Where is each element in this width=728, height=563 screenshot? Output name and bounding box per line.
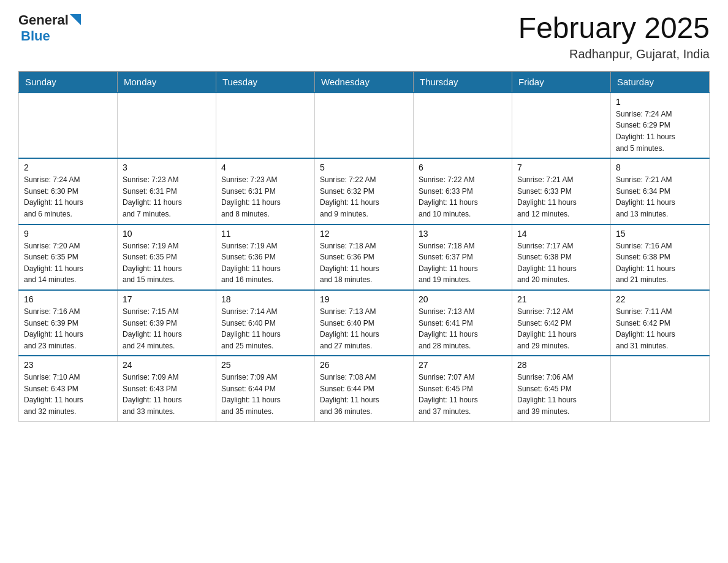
day-number: 14 <box>517 229 605 239</box>
day-info: Sunrise: 7:17 AMSunset: 6:38 PMDaylight:… <box>517 240 605 286</box>
calendar-cell: 10Sunrise: 7:19 AMSunset: 6:35 PMDayligh… <box>118 224 216 290</box>
month-title: February 2025 <box>518 12 710 45</box>
weekday-header-thursday: Thursday <box>414 71 512 93</box>
calendar-cell: 21Sunrise: 7:12 AMSunset: 6:42 PMDayligh… <box>512 290 611 356</box>
calendar-cell: 28Sunrise: 7:06 AMSunset: 6:45 PMDayligh… <box>512 356 611 421</box>
day-info: Sunrise: 7:23 AMSunset: 6:31 PMDaylight:… <box>221 174 309 220</box>
day-info: Sunrise: 7:22 AMSunset: 6:33 PMDaylight:… <box>419 174 507 220</box>
weekday-header-tuesday: Tuesday <box>216 71 315 93</box>
calendar-week-row: 16Sunrise: 7:16 AMSunset: 6:39 PMDayligh… <box>19 290 710 356</box>
calendar-week-row: 9Sunrise: 7:20 AMSunset: 6:35 PMDaylight… <box>19 224 710 290</box>
calendar-cell: 24Sunrise: 7:09 AMSunset: 6:43 PMDayligh… <box>118 356 216 421</box>
calendar-cell: 3Sunrise: 7:23 AMSunset: 6:31 PMDaylight… <box>118 158 216 224</box>
calendar-cell: 16Sunrise: 7:16 AMSunset: 6:39 PMDayligh… <box>19 290 118 356</box>
day-info: Sunrise: 7:24 AMSunset: 6:30 PMDaylight:… <box>24 174 112 220</box>
day-info: Sunrise: 7:19 AMSunset: 6:35 PMDaylight:… <box>123 240 211 286</box>
calendar-cell <box>315 93 414 158</box>
day-info: Sunrise: 7:09 AMSunset: 6:43 PMDaylight:… <box>123 372 211 417</box>
day-info: Sunrise: 7:08 AMSunset: 6:44 PMDaylight:… <box>320 372 408 417</box>
day-info: Sunrise: 7:21 AMSunset: 6:34 PMDaylight:… <box>616 174 704 220</box>
calendar-cell <box>611 356 710 421</box>
svg-marker-0 <box>70 14 81 25</box>
day-number: 25 <box>221 360 309 370</box>
day-info: Sunrise: 7:23 AMSunset: 6:31 PMDaylight:… <box>123 174 211 220</box>
day-number: 2 <box>24 163 112 172</box>
calendar-cell: 5Sunrise: 7:22 AMSunset: 6:32 PMDaylight… <box>315 158 414 224</box>
logo: General Blue <box>18 12 81 44</box>
day-number: 28 <box>517 360 605 370</box>
calendar-week-row: 2Sunrise: 7:24 AMSunset: 6:30 PMDaylight… <box>19 158 710 224</box>
location-subtitle: Radhanpur, Gujarat, India <box>518 47 710 61</box>
calendar-header-row: SundayMondayTuesdayWednesdayThursdayFrid… <box>19 71 710 93</box>
calendar-cell: 17Sunrise: 7:15 AMSunset: 6:39 PMDayligh… <box>118 290 216 356</box>
day-info: Sunrise: 7:18 AMSunset: 6:36 PMDaylight:… <box>320 240 408 286</box>
day-number: 26 <box>320 360 408 370</box>
title-section: February 2025 Radhanpur, Gujarat, India <box>518 12 710 61</box>
day-info: Sunrise: 7:16 AMSunset: 6:38 PMDaylight:… <box>616 240 704 286</box>
calendar-cell: 11Sunrise: 7:19 AMSunset: 6:36 PMDayligh… <box>216 224 315 290</box>
day-info: Sunrise: 7:11 AMSunset: 6:42 PMDaylight:… <box>616 306 704 351</box>
day-info: Sunrise: 7:14 AMSunset: 6:40 PMDaylight:… <box>221 306 309 351</box>
calendar-cell <box>19 93 118 158</box>
day-number: 11 <box>221 229 309 239</box>
day-info: Sunrise: 7:10 AMSunset: 6:43 PMDaylight:… <box>24 372 112 417</box>
calendar-cell: 23Sunrise: 7:10 AMSunset: 6:43 PMDayligh… <box>19 356 118 421</box>
day-number: 7 <box>517 163 605 172</box>
day-info: Sunrise: 7:16 AMSunset: 6:39 PMDaylight:… <box>24 306 112 351</box>
day-number: 21 <box>517 294 605 304</box>
day-info: Sunrise: 7:24 AMSunset: 6:29 PMDaylight:… <box>616 109 704 154</box>
calendar-cell: 9Sunrise: 7:20 AMSunset: 6:35 PMDaylight… <box>19 224 118 290</box>
day-number: 20 <box>419 294 507 304</box>
calendar-table: SundayMondayTuesdayWednesdayThursdayFrid… <box>18 71 710 422</box>
calendar-cell <box>118 93 216 158</box>
calendar-cell: 20Sunrise: 7:13 AMSunset: 6:41 PMDayligh… <box>414 290 512 356</box>
calendar-cell: 22Sunrise: 7:11 AMSunset: 6:42 PMDayligh… <box>611 290 710 356</box>
day-number: 9 <box>24 229 112 239</box>
calendar-cell: 8Sunrise: 7:21 AMSunset: 6:34 PMDaylight… <box>611 158 710 224</box>
calendar-cell: 18Sunrise: 7:14 AMSunset: 6:40 PMDayligh… <box>216 290 315 356</box>
day-number: 22 <box>616 294 704 304</box>
day-number: 23 <box>24 360 112 370</box>
day-number: 12 <box>320 229 408 239</box>
calendar-week-row: 23Sunrise: 7:10 AMSunset: 6:43 PMDayligh… <box>19 356 710 421</box>
calendar-cell: 15Sunrise: 7:16 AMSunset: 6:38 PMDayligh… <box>611 224 710 290</box>
day-number: 1 <box>616 97 704 107</box>
weekday-header-wednesday: Wednesday <box>315 71 414 93</box>
logo-blue-text: Blue <box>21 28 50 44</box>
page-header: General Blue February 2025 Radhanpur, Gu… <box>18 12 710 61</box>
day-info: Sunrise: 7:06 AMSunset: 6:45 PMDaylight:… <box>517 372 605 417</box>
day-number: 18 <box>221 294 309 304</box>
calendar-cell: 26Sunrise: 7:08 AMSunset: 6:44 PMDayligh… <box>315 356 414 421</box>
calendar-week-row: 1Sunrise: 7:24 AMSunset: 6:29 PMDaylight… <box>19 93 710 158</box>
calendar-cell <box>512 93 611 158</box>
calendar-cell: 6Sunrise: 7:22 AMSunset: 6:33 PMDaylight… <box>414 158 512 224</box>
weekday-header-sunday: Sunday <box>19 71 118 93</box>
day-info: Sunrise: 7:07 AMSunset: 6:45 PMDaylight:… <box>419 372 507 417</box>
day-info: Sunrise: 7:18 AMSunset: 6:37 PMDaylight:… <box>419 240 507 286</box>
day-number: 5 <box>320 163 408 172</box>
calendar-cell: 13Sunrise: 7:18 AMSunset: 6:37 PMDayligh… <box>414 224 512 290</box>
day-info: Sunrise: 7:13 AMSunset: 6:40 PMDaylight:… <box>320 306 408 351</box>
calendar-cell: 12Sunrise: 7:18 AMSunset: 6:36 PMDayligh… <box>315 224 414 290</box>
day-info: Sunrise: 7:13 AMSunset: 6:41 PMDaylight:… <box>419 306 507 351</box>
weekday-header-saturday: Saturday <box>611 71 710 93</box>
logo-general-text: General <box>18 12 69 28</box>
calendar-cell: 19Sunrise: 7:13 AMSunset: 6:40 PMDayligh… <box>315 290 414 356</box>
weekday-header-monday: Monday <box>118 71 216 93</box>
day-number: 13 <box>419 229 507 239</box>
day-number: 24 <box>123 360 211 370</box>
day-info: Sunrise: 7:19 AMSunset: 6:36 PMDaylight:… <box>221 240 309 286</box>
day-number: 8 <box>616 163 704 172</box>
calendar-cell: 25Sunrise: 7:09 AMSunset: 6:44 PMDayligh… <box>216 356 315 421</box>
day-info: Sunrise: 7:15 AMSunset: 6:39 PMDaylight:… <box>123 306 211 351</box>
calendar-cell: 4Sunrise: 7:23 AMSunset: 6:31 PMDaylight… <box>216 158 315 224</box>
day-info: Sunrise: 7:09 AMSunset: 6:44 PMDaylight:… <box>221 372 309 417</box>
calendar-cell <box>216 93 315 158</box>
calendar-cell: 2Sunrise: 7:24 AMSunset: 6:30 PMDaylight… <box>19 158 118 224</box>
day-number: 15 <box>616 229 704 239</box>
day-info: Sunrise: 7:12 AMSunset: 6:42 PMDaylight:… <box>517 306 605 351</box>
day-number: 6 <box>419 163 507 172</box>
day-number: 19 <box>320 294 408 304</box>
day-number: 4 <box>221 163 309 172</box>
calendar-cell: 7Sunrise: 7:21 AMSunset: 6:33 PMDaylight… <box>512 158 611 224</box>
